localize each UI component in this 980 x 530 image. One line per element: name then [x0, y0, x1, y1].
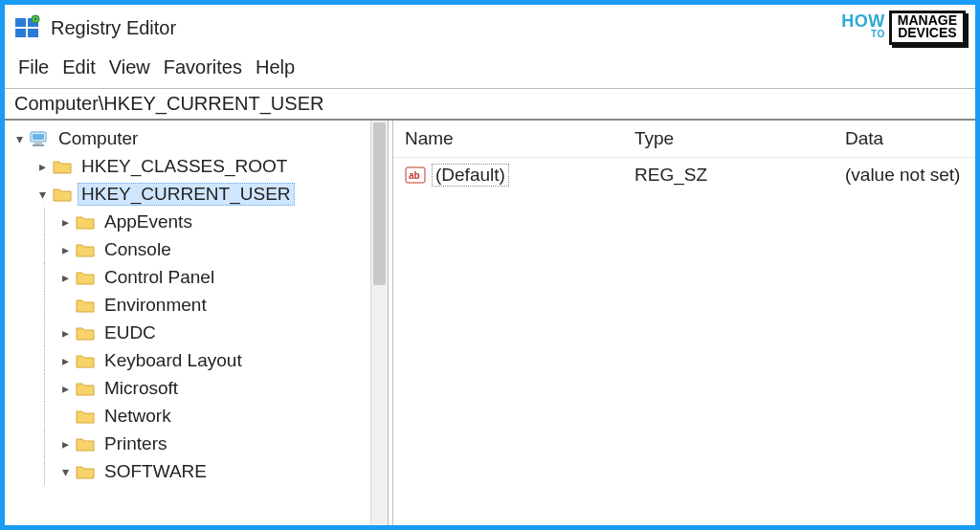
tree-node-printers[interactable]: ▸ Printers	[11, 430, 370, 457]
chevron-right-icon[interactable]: ▸	[56, 214, 74, 230]
chevron-right-icon[interactable]: ▸	[56, 436, 74, 452]
tree-node-computer[interactable]: ▾ Computer	[11, 124, 370, 152]
chevron-right-icon[interactable]: ▸	[33, 159, 51, 174]
tree-node-controlpanel[interactable]: ▸ Control Panel	[11, 263, 370, 291]
value-data: (value not set)	[834, 159, 975, 191]
folder-icon	[76, 408, 95, 425]
svg-rect-9	[33, 144, 44, 146]
watermark-line2: DEVICES	[898, 27, 957, 39]
app-window: Registry Editor HOW TO MANAGE DEVICES Fi…	[0, 0, 980, 530]
title-bar: Registry Editor HOW TO MANAGE DEVICES	[5, 5, 975, 49]
column-data-header[interactable]: Data	[834, 121, 975, 157]
tree-label: Microsoft	[100, 377, 182, 400]
watermark-logo: HOW TO MANAGE DEVICES	[841, 11, 966, 45]
svg-text:ab: ab	[409, 170, 420, 181]
tree-label: Control Panel	[100, 266, 218, 289]
folder-icon	[76, 380, 95, 397]
folder-icon	[53, 186, 72, 203]
tree-node-network[interactable]: ▸ Network	[11, 402, 370, 430]
svg-rect-2	[15, 29, 26, 37]
folder-icon	[76, 241, 95, 258]
tree-node-microsoft[interactable]: ▸ Microsoft	[11, 374, 370, 402]
folder-icon	[53, 158, 72, 175]
regedit-icon	[14, 14, 41, 41]
tree-node-hkcr[interactable]: ▸ HKEY_CLASSES_ROOT	[11, 152, 370, 180]
column-type-header[interactable]: Type	[623, 121, 834, 157]
tree-node-software[interactable]: ▾ SOFTWARE	[11, 457, 370, 485]
value-row[interactable]: ab (Default) REG_SZ (value not set)	[393, 158, 975, 192]
tree-node-appevents[interactable]: ▸ AppEvents	[11, 208, 370, 235]
menu-edit[interactable]: Edit	[62, 56, 95, 78]
values-panel: Name Type Data ab (Default) REG_SZ (valu…	[393, 121, 975, 525]
chevron-right-icon[interactable]: ▸	[56, 325, 74, 341]
folder-icon	[76, 435, 95, 453]
svg-rect-0	[15, 18, 26, 27]
value-name: (Default)	[432, 164, 509, 187]
menu-view[interactable]: View	[109, 56, 150, 78]
tree-label: SOFTWARE	[100, 460, 211, 483]
scrollbar-thumb[interactable]	[373, 122, 386, 285]
chevron-right-icon[interactable]: ▸	[56, 242, 74, 257]
chevron-down-icon[interactable]: ▾	[33, 187, 51, 202]
content-area: ▾ Computer ▸ HKEY_CLASSES_ROOT ▾	[5, 120, 975, 525]
address-path: Computer\HKEY_CURRENT_USER	[14, 93, 323, 114]
string-value-icon: ab	[405, 166, 426, 185]
chevron-right-icon[interactable]: ▸	[56, 381, 74, 396]
tree-node-keyboard[interactable]: ▸ Keyboard Layout	[11, 346, 370, 374]
folder-icon	[76, 213, 95, 231]
value-type: REG_SZ	[623, 159, 834, 191]
tree-label: Console	[100, 238, 175, 261]
tree-label: Environment	[100, 294, 211, 317]
svg-rect-8	[34, 143, 42, 144]
address-bar[interactable]: Computer\HKEY_CURRENT_USER	[5, 88, 975, 120]
column-name-header[interactable]: Name	[393, 121, 623, 157]
folder-icon	[76, 463, 95, 480]
tree-label: Printers	[100, 432, 170, 455]
svg-rect-7	[33, 134, 44, 140]
tree-node-environment[interactable]: ▸ Environment	[11, 291, 370, 319]
tree-label: Network	[100, 405, 175, 428]
svg-rect-3	[28, 29, 38, 37]
chevron-right-icon[interactable]: ▸	[56, 353, 74, 368]
tree-label: Computer	[55, 127, 142, 150]
values-header: Name Type Data	[393, 121, 975, 158]
menu-favorites[interactable]: Favorites	[164, 56, 242, 78]
tree-panel: ▾ Computer ▸ HKEY_CLASSES_ROOT ▾	[5, 121, 388, 525]
tree-label: Keyboard Layout	[100, 349, 246, 372]
svg-point-5	[34, 18, 37, 21]
chevron-down-icon[interactable]: ▾	[11, 131, 28, 146]
menu-help[interactable]: Help	[256, 56, 295, 78]
menu-file[interactable]: File	[18, 56, 49, 78]
tree-label: HKEY_CURRENT_USER	[78, 183, 295, 206]
folder-icon	[76, 297, 95, 314]
tree-label: EUDC	[100, 321, 160, 344]
tree-node-eudc[interactable]: ▸ EUDC	[11, 319, 370, 346]
chevron-down-icon[interactable]: ▾	[56, 464, 74, 479]
folder-icon	[76, 324, 95, 342]
chevron-right-icon[interactable]: ▸	[56, 270, 74, 285]
tree-scrollbar[interactable]	[370, 121, 388, 525]
menu-bar: File Edit View Favorites Help	[5, 49, 975, 88]
registry-tree[interactable]: ▾ Computer ▸ HKEY_CLASSES_ROOT ▾	[5, 121, 370, 525]
window-title: Registry Editor	[51, 17, 176, 39]
tree-node-console[interactable]: ▸ Console	[11, 235, 370, 263]
folder-icon	[76, 352, 95, 369]
tree-label: HKEY_CLASSES_ROOT	[78, 155, 291, 178]
computer-icon	[30, 130, 49, 147]
folder-icon	[76, 269, 95, 286]
tree-node-hkcu[interactable]: ▾ HKEY_CURRENT_USER	[11, 180, 370, 208]
tree-label: AppEvents	[100, 210, 196, 233]
